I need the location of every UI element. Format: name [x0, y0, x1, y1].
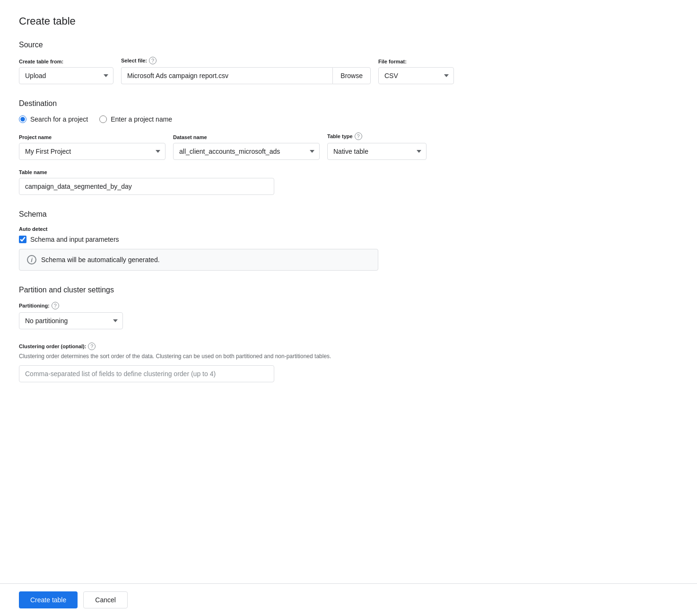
- radio-enter-project[interactable]: Enter a project name: [99, 115, 172, 123]
- auto-detect-checkbox[interactable]: [19, 236, 26, 243]
- create-from-select[interactable]: Upload Google Cloud Storage Google Drive…: [19, 67, 113, 84]
- source-section-title: Source: [19, 41, 454, 49]
- partitioning-label: Partitioning: ?: [19, 302, 454, 309]
- table-name-input[interactable]: [19, 178, 274, 195]
- schema-section: Schema Auto detect Schema and input para…: [19, 210, 454, 271]
- table-type-select[interactable]: Native table External table Views: [327, 143, 427, 160]
- project-name-label: Project name: [19, 134, 166, 140]
- select-file-help-icon[interactable]: ?: [149, 57, 157, 64]
- radio-search-project[interactable]: Search for a project: [19, 115, 88, 123]
- clustering-input[interactable]: [19, 365, 274, 382]
- dataset-name-label: Dataset name: [173, 134, 320, 140]
- table-name-label: Table name: [19, 169, 274, 175]
- destination-section: Destination Search for a project Enter a…: [19, 99, 454, 195]
- radio-enter-label: Enter a project name: [111, 115, 172, 123]
- auto-detect-checkbox-label: Schema and input parameters: [30, 236, 119, 243]
- clustering-desc: Clustering order determines the sort ord…: [19, 353, 454, 360]
- file-input[interactable]: [121, 67, 332, 84]
- select-file-label: Select file: ?: [121, 57, 371, 64]
- file-format-select[interactable]: CSV JSON Avro Parquet ORC: [378, 67, 454, 84]
- radio-search-label: Search for a project: [30, 115, 88, 123]
- cancel-button[interactable]: Cancel: [83, 591, 128, 608]
- file-format-label: File format:: [378, 59, 454, 64]
- partitioning-select[interactable]: No partitioning By day By month By year …: [19, 312, 123, 329]
- project-name-select[interactable]: My First Project: [19, 143, 166, 160]
- radio-enter-input[interactable]: [99, 115, 107, 123]
- partitioning-help-icon[interactable]: ?: [52, 302, 59, 309]
- partition-section: Partition and cluster settings Partition…: [19, 286, 454, 382]
- radio-search-input[interactable]: [19, 115, 26, 123]
- create-table-button[interactable]: Create table: [19, 591, 78, 608]
- footer-bar: Create table Cancel: [0, 583, 697, 616]
- schema-section-title: Schema: [19, 210, 454, 219]
- create-from-label: Create table from:: [19, 59, 113, 64]
- clustering-label: Clustering order (optional): ?: [19, 343, 454, 350]
- clustering-help-icon[interactable]: ?: [88, 343, 96, 350]
- dataset-name-select[interactable]: all_client_accounts_microsoft_ads: [173, 143, 320, 160]
- page-title: Create table: [19, 15, 454, 27]
- auto-detect-label: Auto detect: [19, 226, 454, 232]
- table-type-label: Table type ?: [327, 132, 427, 140]
- table-type-help-icon[interactable]: ?: [355, 132, 362, 140]
- clustering-section: Clustering order (optional): ? Clusterin…: [19, 343, 454, 382]
- partition-section-title: Partition and cluster settings: [19, 286, 454, 294]
- destination-section-title: Destination: [19, 99, 454, 108]
- schema-info-box: i Schema will be automatically generated…: [19, 249, 378, 271]
- info-icon: i: [27, 255, 36, 264]
- source-section: Source Create table from: Upload Google …: [19, 41, 454, 84]
- browse-button[interactable]: Browse: [332, 67, 371, 84]
- schema-info-text: Schema will be automatically generated.: [41, 256, 160, 264]
